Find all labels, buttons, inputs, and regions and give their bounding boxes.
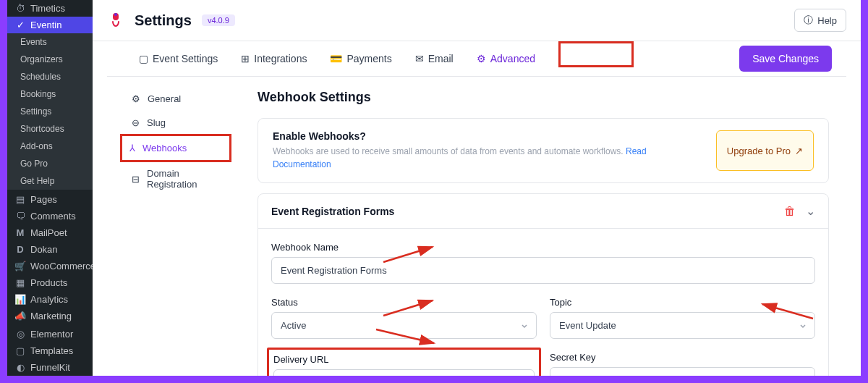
elementor-icon: ◎ <box>14 328 26 340</box>
sidebar-sub-organizers[interactable]: Organizers <box>7 51 93 68</box>
topic-select[interactable]: Event Update <box>550 312 815 339</box>
sidebar-item-mailpoet[interactable]: MMailPoet <box>7 224 93 241</box>
sidebar-sub-bookings[interactable]: Bookings <box>7 85 93 103</box>
tab-email[interactable]: ✉Email <box>412 41 456 76</box>
sidebar-sub-addons[interactable]: Add-ons <box>7 138 93 155</box>
sidebar-sub-gopro[interactable]: Go Pro <box>7 155 93 172</box>
sidebar-item-timetics[interactable]: ⏱Timetics <box>7 0 93 17</box>
tab-event-settings[interactable]: ▢Event Settings <box>136 41 221 76</box>
webhooks-icon: ⅄ <box>129 143 135 153</box>
sidebar-sub-settings[interactable]: Settings <box>7 103 93 120</box>
annotation-highlight-box: ⅄Webhooks <box>120 134 231 162</box>
submenu-general[interactable]: ⚙General <box>124 87 229 111</box>
sidebar-item-marketing[interactable]: 📣Marketing <box>7 308 93 324</box>
settings-submenu: ⚙General ⊖Slug ⅄Webhooks ⊟Domain Registr… <box>107 77 236 376</box>
sidebar-item-funnelkit[interactable]: ◐FunnelKit <box>7 359 93 376</box>
svg-point-0 <box>114 13 117 16</box>
sidebar-item-analytics[interactable]: 📊Analytics <box>7 291 93 308</box>
chevron-down-icon[interactable]: ⌄ <box>806 204 815 218</box>
sidebar-item-pages[interactable]: ▤Pages <box>7 191 93 208</box>
upgrade-to-pro-button[interactable]: Upgrade to Pro↗ <box>716 130 814 171</box>
sidebar-item-products[interactable]: ▦Products <box>7 274 93 291</box>
sidebar-item-elementor[interactable]: ◎Elementor <box>7 326 93 342</box>
woo-icon: 🛒 <box>14 260 26 272</box>
content-area: Webhook Settings Enable Webhooks? Webhoo… <box>236 77 846 376</box>
delivery-url-label: Delivery URL <box>273 354 535 365</box>
help-button[interactable]: ⓘ Help <box>794 9 846 32</box>
delete-icon[interactable]: 🗑 <box>784 205 796 218</box>
top-bar: Settings v4.0.9 ⓘ Help <box>93 0 861 41</box>
timetics-icon: ⏱ <box>14 3 26 14</box>
products-icon: ▦ <box>14 277 26 289</box>
general-icon: ⚙ <box>132 93 140 104</box>
annotation-highlight-box: Delivery URL <box>267 348 541 376</box>
enable-webhooks-card: Enable Webhooks? Webhooks are used to re… <box>258 118 829 183</box>
sidebar-sub-schedules[interactable]: Schedules <box>7 68 93 85</box>
sidebar-item-comments[interactable]: 🗨Comments <box>7 208 93 224</box>
eventin-icon: ✓ <box>14 20 26 31</box>
page-title: Settings <box>135 12 192 29</box>
pages-icon: ▤ <box>14 193 26 205</box>
section-title: Webhook Settings <box>258 90 829 105</box>
status-label: Status <box>271 297 537 308</box>
sidebar-sub-shortcodes[interactable]: Shortcodes <box>7 120 93 138</box>
webhook-name-label: Webhook Name <box>271 242 815 253</box>
submenu-slug[interactable]: ⊖Slug <box>124 111 229 135</box>
topic-label: Topic <box>550 297 815 308</box>
advanced-icon: ⚙ <box>477 53 486 64</box>
webhook-form-accordion: Event Registration Forms 🗑 ⌄ Webhook Nam… <box>258 193 829 376</box>
mailpoet-icon: M <box>14 227 26 238</box>
secret-key-input[interactable] <box>550 367 815 376</box>
domain-icon: ⊟ <box>132 174 140 185</box>
accordion-title: Event Registration Forms <box>271 206 784 217</box>
secret-key-label: Secret Key <box>550 352 815 363</box>
enable-description: Webhooks are used to receive small amoun… <box>273 145 702 171</box>
sidebar-item-templates[interactable]: ▢Templates <box>7 342 93 359</box>
email-icon: ✉ <box>415 53 424 64</box>
tab-payments[interactable]: 💳Payments <box>327 41 394 76</box>
sidebar-sub-gethelp[interactable]: Get Help <box>7 172 93 190</box>
submenu-domain-registration[interactable]: ⊟Domain Registration <box>124 161 229 196</box>
marketing-icon: 📣 <box>14 311 26 322</box>
accordion-header[interactable]: Event Registration Forms 🗑 ⌄ <box>258 194 828 229</box>
wp-admin-sidebar: ⏱Timetics ✓Eventin Events Organizers Sch… <box>7 0 93 376</box>
submenu-webhooks[interactable]: ⅄Webhooks <box>122 136 229 160</box>
dokan-icon: D <box>14 243 26 255</box>
version-badge: v4.0.9 <box>202 14 235 26</box>
comments-icon: 🗨 <box>14 210 26 222</box>
slug-icon: ⊖ <box>132 117 140 128</box>
app-logo-icon <box>107 12 124 29</box>
delivery-url-input[interactable] <box>273 369 535 376</box>
save-changes-button[interactable]: Save Changes <box>739 46 832 72</box>
event-settings-icon: ▢ <box>139 53 148 64</box>
sidebar-item-woocommerce[interactable]: 🛒WooCommerce <box>7 258 93 274</box>
sidebar-sub-events[interactable]: Events <box>7 33 93 51</box>
webhook-name-input[interactable] <box>271 257 815 284</box>
templates-icon: ▢ <box>14 345 26 356</box>
enable-title: Enable Webhooks? <box>273 130 702 142</box>
main-panel: Settings v4.0.9 ⓘ Help ▢Event Settings ⊞… <box>93 0 861 376</box>
sidebar-item-dokan[interactable]: DDokan <box>7 241 93 258</box>
sidebar-item-eventin[interactable]: ✓Eventin <box>7 17 93 33</box>
integrations-icon: ⊞ <box>241 53 250 64</box>
funnelkit-icon: ◐ <box>14 361 26 373</box>
analytics-icon: 📊 <box>14 294 26 306</box>
tab-bar: ▢Event Settings ⊞Integrations 💳Payments … <box>107 41 846 77</box>
status-select[interactable]: Active <box>271 312 537 339</box>
tab-integrations[interactable]: ⊞Integrations <box>238 41 310 76</box>
arrow-icon: ↗ <box>795 146 803 156</box>
payments-icon: 💳 <box>330 53 342 64</box>
help-icon: ⓘ <box>804 14 813 27</box>
tab-advanced[interactable]: ⚙Advanced <box>474 41 538 76</box>
